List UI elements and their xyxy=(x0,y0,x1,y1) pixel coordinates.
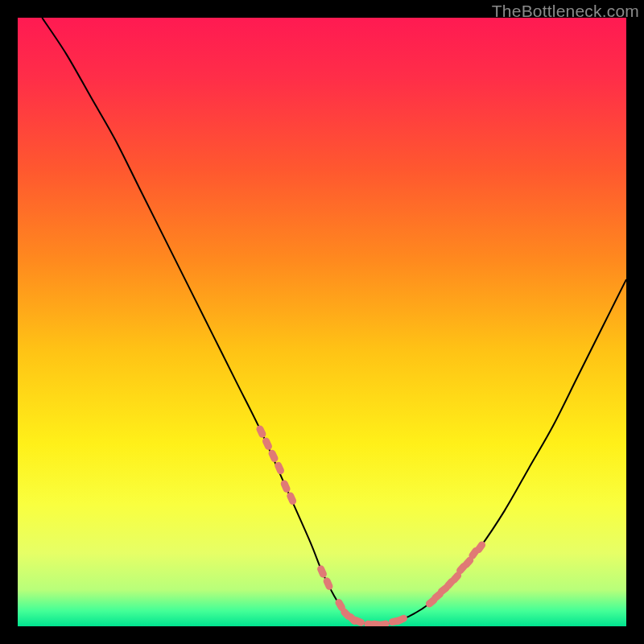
curve-marker xyxy=(322,576,334,591)
chart-frame xyxy=(18,18,626,626)
watermark-text: TheBottleneck.com xyxy=(492,2,639,21)
plot-area xyxy=(18,18,626,626)
curve-marker xyxy=(279,479,291,493)
curve-marker xyxy=(255,424,267,439)
curve-layer xyxy=(18,18,626,626)
curve-marker xyxy=(286,491,298,506)
curve-marker xyxy=(261,436,273,451)
curve-markers xyxy=(255,424,487,626)
bottleneck-curve xyxy=(42,18,626,625)
curve-marker xyxy=(376,620,390,626)
curve-marker xyxy=(316,564,328,579)
